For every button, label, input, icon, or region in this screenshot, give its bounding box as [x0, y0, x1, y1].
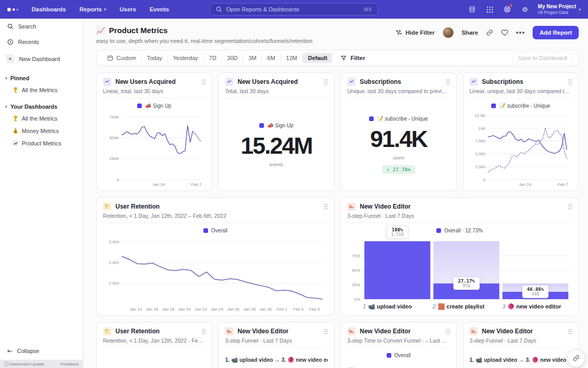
sidebar-item-all-the-metrics-pinned[interactable]: All the Metrics	[0, 84, 83, 96]
report-title[interactable]: User Retention	[115, 203, 159, 210]
range-today[interactable]: Today	[142, 53, 168, 63]
apps-grid-icon[interactable]	[485, 5, 494, 14]
drag-handle-icon[interactable]	[568, 204, 572, 210]
link-icon	[572, 355, 580, 362]
drag-handle-icon[interactable]	[202, 79, 205, 85]
sidebar-item-product-metrics[interactable]: Product Metrics	[0, 137, 83, 150]
page-title[interactable]: Product Metrics	[109, 26, 167, 35]
report-title[interactable]: Subscriptions	[360, 78, 401, 85]
range-30d[interactable]: 30D	[222, 53, 243, 63]
report-subtitle: Retention, < 1 Day, Jan 12th, 2022 – Feb…	[103, 213, 328, 223]
plus-icon: +	[6, 54, 14, 63]
global-search-input[interactable]: Open Reports & Dashboards ⌘K	[210, 3, 378, 16]
sidebar-new-dashboard[interactable]: + New Dashboard	[0, 50, 83, 68]
copy-link-fab[interactable]	[567, 349, 585, 367]
report-title[interactable]: Subscriptions	[482, 78, 523, 85]
main-content: 📈 Product Metrics easy to use, depth whe…	[83, 19, 588, 368]
drag-handle-icon[interactable]	[568, 329, 572, 334]
drag-handle-icon[interactable]	[202, 329, 205, 334]
dashboard-update-link[interactable]: ⓘ Dashboard Update	[4, 361, 44, 367]
funnel-step-1-label[interactable]: 1📹 upload video	[363, 303, 433, 310]
add-report-button[interactable]: Add Report	[533, 26, 579, 39]
range-default[interactable]: Default	[303, 53, 332, 63]
collapse-icon: ⇤	[7, 347, 12, 355]
funnel-step-3-label[interactable]: 3🧶 new video editor	[502, 303, 572, 310]
drag-handle-icon[interactable]	[446, 79, 450, 85]
nav-reports[interactable]: Reports▾	[79, 6, 106, 12]
report-title[interactable]: New Video Editor	[482, 328, 533, 335]
nav-events[interactable]: Events	[150, 6, 169, 12]
settings-gear-icon[interactable]: ⚙	[520, 5, 530, 14]
retention-line-chart[interactable]: 3,0002,0001,000Jan 14Jan 16Jan 18Jan 20J…	[103, 234, 328, 312]
range-7d[interactable]: 7D	[204, 53, 222, 63]
nav-users[interactable]: Users	[120, 6, 136, 12]
report-title[interactable]: New Users Acquired	[238, 78, 298, 85]
svg-text:Feb 3: Feb 3	[293, 307, 304, 312]
report-title[interactable]: New Users Acquired	[115, 78, 175, 85]
share-button[interactable]: Share	[462, 30, 478, 36]
chart-legend: Overall	[347, 351, 450, 359]
svg-text:1,000: 1,000	[109, 281, 120, 286]
report-title[interactable]: New Video Editor	[238, 328, 288, 335]
filter-button[interactable]: Filter	[341, 55, 365, 62]
sidebar-item-money-metrics[interactable]: $ Money Metrics	[0, 125, 83, 137]
sidebar-bottom-strip: ⓘ Dashboard Update Feedback	[0, 360, 83, 368]
drag-handle-icon[interactable]	[446, 329, 450, 334]
data-management-icon[interactable]	[467, 5, 477, 14]
svg-text:Jan 24: Jan 24	[211, 307, 224, 312]
report-title[interactable]: New Video Editor	[360, 328, 410, 335]
report-title[interactable]: New Video Editor	[360, 203, 410, 210]
chart-legend: 📝 subscribe - Unique	[469, 101, 572, 110]
sidebar-search[interactable]: Search	[0, 19, 83, 34]
funnel-value-label: 46.86%448	[522, 285, 549, 298]
report-card-subscriptions-unique: Subscriptions Unique, last 30 days compa…	[341, 72, 457, 191]
sidebar-collapse-button[interactable]: ⇤ Collapse	[0, 342, 83, 360]
range-12m[interactable]: 12M	[281, 53, 303, 63]
report-card-new-users-total: New Users Acquired Total, last 30 days 📣…	[218, 72, 334, 191]
favorite-heart-icon[interactable]	[501, 29, 508, 36]
mixpanel-logo-icon[interactable]	[7, 8, 18, 11]
line-chart[interactable]: 12.5K10K7,5005,0002,5000Jan 24Feb 7	[469, 110, 572, 187]
svg-text:Jan 30: Jan 30	[259, 307, 272, 312]
info-icon: ⓘ	[4, 362, 8, 366]
funnel-step-2-label[interactable]: 2🧱 create playlist	[433, 303, 503, 310]
sidebar-section-pinned[interactable]: ▾ Pinned	[0, 68, 83, 84]
more-options-icon[interactable]: •••	[516, 28, 525, 37]
hide-filter-button[interactable]: Hide Filter	[395, 30, 434, 36]
svg-text:0: 0	[483, 178, 486, 182]
report-subtitle: Linear, unique, last 30 days compared to…	[469, 88, 572, 98]
funnel-chart[interactable]: 75%50%25%0%100%3,51827.17%95646.86%448	[347, 234, 572, 301]
copy-link-icon[interactable]	[486, 29, 493, 36]
report-title[interactable]: User Retention	[115, 328, 159, 335]
range-custom[interactable]: Custom	[102, 53, 142, 63]
project-scope: All Project Data	[538, 10, 576, 15]
svg-text:250K: 250K	[109, 156, 119, 161]
feedback-link[interactable]: Feedback	[61, 362, 79, 366]
legend-swatch	[369, 116, 374, 121]
sidebar-item-all-the-metrics[interactable]: All the Metrics	[0, 112, 83, 125]
sidebar-section-your-dashboards[interactable]: ▾ Your Dashboards	[0, 96, 83, 112]
project-selector[interactable]: My New Project All Project Data ▾	[538, 4, 581, 15]
report-card-video-editor-funnel: New Video Editor 3-step Funnel · Last 7 …	[341, 197, 579, 316]
svg-text:Jan 20: Jan 20	[178, 307, 191, 312]
range-3m[interactable]: 3M	[243, 53, 262, 63]
range-6m[interactable]: 6M	[262, 53, 281, 63]
report-card-user-retention-2: User Retention Retention, < 1 Day, Jan 1…	[96, 322, 212, 368]
legend-swatch	[491, 104, 496, 108]
drag-handle-icon[interactable]	[324, 79, 328, 85]
svg-text:50%: 50%	[352, 268, 360, 273]
report-card-video-editor-time-to-convert: New Video Editor 3-step Time to Convert …	[341, 322, 457, 368]
save-to-dashboard-button[interactable]: Save to Dashboard	[512, 52, 573, 64]
drag-handle-icon[interactable]	[568, 79, 572, 85]
nav-dashboards[interactable]: Dashboards	[32, 6, 66, 12]
drag-handle-icon[interactable]	[324, 329, 328, 334]
drag-handle-icon[interactable]	[324, 204, 328, 210]
line-chart[interactable]: 750K500K250K0Jan 24Feb 7	[103, 110, 205, 187]
notification-dot	[510, 4, 512, 7]
svg-text:Jan 14: Jan 14	[129, 307, 142, 312]
metric-unit: users	[393, 155, 404, 160]
sidebar-recents[interactable]: Recents	[0, 34, 83, 50]
user-avatar[interactable]	[443, 27, 454, 38]
range-yesterday[interactable]: Yesterday	[168, 53, 204, 63]
help-icon[interactable]	[503, 5, 512, 14]
